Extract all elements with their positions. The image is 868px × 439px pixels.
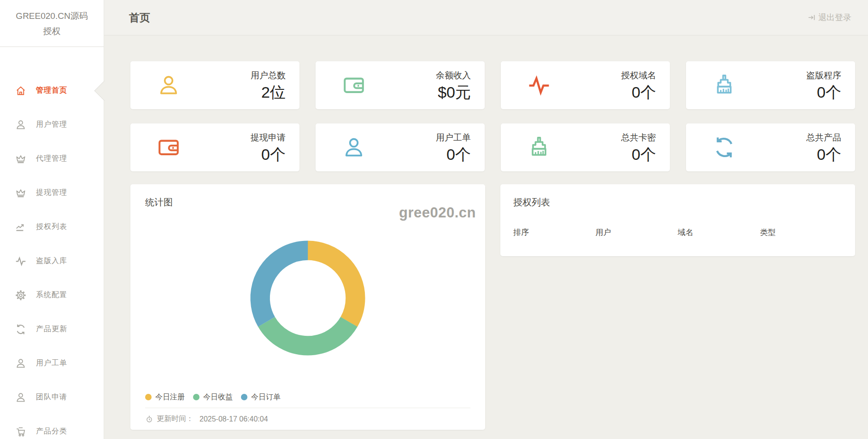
- legend-item-2[interactable]: 今日订单: [241, 392, 281, 402]
- legend-item-0[interactable]: 今日注册: [145, 392, 185, 402]
- app-logo: GREE020.CN源码授权: [0, 0, 104, 47]
- auth-column-header-1: 用户: [596, 227, 678, 238]
- page-title: 首页: [104, 11, 150, 25]
- sidebar-item-home[interactable]: 管理首页: [0, 74, 104, 108]
- stat-value: 0个: [621, 84, 656, 100]
- logout-label: 退出登录: [818, 12, 851, 23]
- stat-value: 0个: [806, 146, 841, 162]
- stat-label: 总共产品: [806, 133, 841, 142]
- stat-value: $0元: [436, 84, 471, 100]
- stat-text: 余额收入$0元: [436, 71, 471, 100]
- legend-item-1[interactable]: 今日收益: [193, 392, 233, 402]
- stat-value: 0个: [436, 146, 471, 162]
- sidebar-item-label: 产品分类: [36, 427, 67, 436]
- legend-label: 今日订单: [251, 392, 281, 402]
- auth-panel-title: 授权列表: [513, 196, 842, 209]
- auth-column-header-0: 排序: [513, 227, 596, 238]
- stat-card-auth-domains: 授权域名0个: [501, 61, 670, 109]
- sidebar-item-label: 提现管理: [36, 188, 67, 198]
- stat-text: 授权域名0个: [621, 71, 656, 100]
- stat-value: 0个: [621, 146, 656, 162]
- stat-card-total-products: 总共产品0个: [686, 123, 855, 171]
- sidebar-item-label: 系统配置: [36, 290, 67, 300]
- sidebar-item-user-tickets[interactable]: 用户工单: [0, 346, 104, 380]
- stat-card-user-tickets: 用户工单0个: [316, 123, 485, 171]
- sidebar-item-product-category[interactable]: 产品分类: [0, 415, 104, 439]
- stat-label: 总共卡密: [621, 133, 656, 142]
- stat-text: 用户工单0个: [436, 133, 471, 162]
- auth-table-header: 排序用户域名类型: [513, 227, 842, 238]
- legend-label: 今日注册: [155, 392, 185, 402]
- brush-icon: [712, 73, 737, 98]
- sidebar-item-team-apply[interactable]: 团队申请: [0, 380, 104, 415]
- sidebar-item-label: 用户工单: [36, 358, 67, 368]
- user-icon: [341, 135, 366, 160]
- chart-legend: 今日注册今日收益今日订单: [145, 392, 470, 402]
- user-icon: [15, 392, 27, 404]
- stat-text: 总共卡密0个: [621, 133, 656, 162]
- sidebar-item-withdraw-manage[interactable]: 提现管理: [0, 176, 104, 210]
- stat-label: 提现申请: [251, 133, 286, 142]
- sidebar-item-label: 授权列表: [36, 222, 67, 232]
- sidebar-item-label: 用户管理: [36, 120, 67, 129]
- wallet-icon: [156, 135, 181, 160]
- user-icon: [15, 119, 27, 131]
- sidebar-item-label: 代理管理: [36, 154, 67, 164]
- stat-label: 授权域名: [621, 71, 656, 80]
- logout-icon: [807, 13, 816, 22]
- update-time-row: 更新时间： 2025-08-17 06:40:04: [145, 408, 470, 424]
- stat-cards: 用户总数2位余额收入$0元授权域名0个盗版程序0个提现申请0个用户工单0个总共卡…: [130, 61, 855, 171]
- stat-label: 用户工单: [436, 133, 471, 142]
- stat-value: 0个: [251, 146, 286, 162]
- sidebar-item-piracy-store[interactable]: 盗版入库: [0, 244, 104, 278]
- stat-card-withdraw-requests: 提现申请0个: [130, 123, 299, 171]
- user-icon: [15, 357, 27, 369]
- update-time-value: 2025-08-17 06:40:04: [199, 415, 268, 423]
- app-logo-text: GREE020.CN源码授权: [12, 8, 92, 39]
- sidebar-item-system-config[interactable]: 系统配置: [0, 278, 104, 312]
- stat-label: 用户总数: [251, 71, 286, 80]
- wallet-icon: [341, 73, 366, 98]
- logout-button[interactable]: 退出登录: [807, 12, 868, 23]
- auth-column-header-3: 类型: [760, 227, 843, 238]
- sidebar-item-auth-list[interactable]: 授权列表: [0, 210, 104, 244]
- stat-text: 总共产品0个: [806, 133, 841, 162]
- stat-card-total-cardkeys: 总共卡密0个: [501, 123, 670, 171]
- trend-icon: [15, 221, 27, 233]
- crown-icon: [15, 153, 27, 165]
- main-content: 用户总数2位余额收入$0元授权域名0个盗版程序0个提现申请0个用户工单0个总共卡…: [104, 35, 868, 439]
- stat-card-pirate-programs: 盗版程序0个: [686, 61, 855, 109]
- stat-text: 提现申请0个: [251, 133, 286, 162]
- auth-column-header-2: 域名: [678, 227, 760, 238]
- pulse-icon: [527, 73, 551, 98]
- sidebar-item-label: 盗版入库: [36, 256, 67, 266]
- home-icon: [15, 85, 27, 97]
- stat-text: 盗版程序0个: [806, 71, 841, 100]
- sidebar-item-users[interactable]: 用户管理: [0, 108, 104, 142]
- donut-chart: [145, 239, 470, 357]
- update-time-label: 更新时间：: [157, 414, 194, 424]
- brush-icon: [527, 135, 551, 160]
- refresh-icon: [712, 135, 737, 160]
- stat-card-balance-income: 余额收入$0元: [316, 61, 485, 109]
- sidebar-item-product-update[interactable]: 产品更新: [0, 312, 104, 346]
- gear-icon: [15, 289, 27, 301]
- stat-text: 用户总数2位: [251, 71, 286, 100]
- stats-chart-panel: 统计图 gree020.cn 今日注册今日收益今日订单 更新时间： 2025-0…: [130, 184, 485, 430]
- header: 首页 退出登录: [104, 0, 868, 35]
- sidebar-item-label: 管理首页: [36, 86, 67, 95]
- sidebar: GREE020.CN源码授权 管理首页用户管理代理管理提现管理授权列表盗版入库系…: [0, 0, 104, 439]
- stat-value: 0个: [806, 84, 841, 100]
- crown-icon: [15, 187, 27, 199]
- sidebar-item-agents[interactable]: 代理管理: [0, 142, 104, 176]
- stat-card-total-users: 用户总数2位: [130, 61, 299, 109]
- legend-dot: [145, 394, 152, 400]
- stat-label: 盗版程序: [806, 71, 841, 80]
- auth-list-panel: 授权列表 排序用户域名类型: [500, 184, 855, 256]
- cart-icon: [15, 426, 27, 438]
- legend-dot: [193, 394, 199, 400]
- legend-dot: [241, 394, 247, 400]
- sidebar-item-label: 产品更新: [36, 324, 67, 334]
- stat-value: 2位: [251, 84, 286, 100]
- watermark: gree020.cn: [399, 205, 476, 221]
